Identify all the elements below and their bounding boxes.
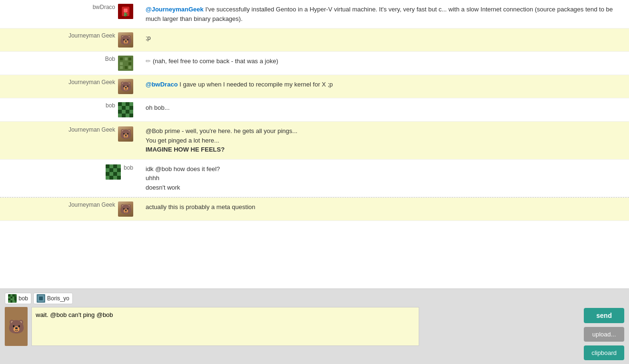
- input-row: 🐻 wait. @bob can't ping @bob send upload…: [5, 307, 624, 360]
- mention-chip-label-bob: bob: [19, 295, 28, 302]
- user-col: Journeyman Geek 🐻: [0, 29, 138, 51]
- svg-rect-32: [106, 164, 109, 168]
- message-content: @bwDraco I gave up when I needed to reco…: [138, 75, 629, 94]
- svg-rect-8: [120, 66, 123, 69]
- svg-rect-37: [109, 176, 113, 180]
- message-row: Journeyman Geek 🐻 ;p: [0, 29, 629, 52]
- avatar-bob: [118, 56, 133, 71]
- svg-rect-52: [10, 294, 12, 297]
- svg-rect-28: [118, 114, 122, 117]
- username-jg: Journeyman Geek: [69, 79, 115, 86]
- svg-rect-44: [109, 172, 113, 176]
- svg-rect-23: [122, 102, 126, 106]
- message-content: @Bob prime - well, you're here. he gets …: [138, 122, 629, 159]
- mention-chip-avatar-bob: [8, 294, 17, 303]
- username-bwdraco: bwDraco: [93, 4, 115, 11]
- user-col: Journeyman Geek 🐻: [0, 75, 138, 98]
- message-row: Journeyman Geek 🐻 actually this is proba…: [0, 198, 629, 221]
- avatar-jg-bear: 🐻: [118, 126, 133, 142]
- message-content: ;p: [138, 29, 629, 48]
- svg-rect-17: [126, 102, 129, 106]
- avatar-bob-pixel2: [106, 164, 121, 180]
- svg-rect-26: [126, 106, 129, 110]
- svg-rect-21: [126, 110, 129, 114]
- messages-area: bwDraco 🐉 @JourneymanGeek I've successfu…: [0, 0, 629, 288]
- username-bob3: bob: [124, 164, 133, 172]
- svg-rect-58: [14, 297, 17, 298]
- bear-avatar-icon: 🐻: [118, 32, 133, 48]
- svg-rect-60: [10, 300, 12, 303]
- mention-tag: @bwDraco: [146, 81, 178, 88]
- message-row: Bob ✏(nah, feel free to come back - that…: [0, 52, 629, 75]
- message-content: @JourneymanGeek I've successfully instal…: [138, 0, 629, 28]
- svg-rect-29: [129, 110, 133, 114]
- username-jg4: Journeyman Geek: [69, 201, 115, 209]
- send-button[interactable]: send: [584, 308, 624, 323]
- avatar-bwdraco: 🐉: [118, 4, 133, 19]
- user-col: bob: [0, 160, 138, 183]
- svg-rect-16: [122, 106, 126, 110]
- svg-rect-10: [128, 57, 131, 60]
- svg-rect-5: [120, 57, 123, 60]
- user-col: Journeyman Geek 🐻: [0, 198, 138, 220]
- message-row: bob oh bob...: [0, 98, 629, 122]
- message-line: You get pinged a lot here...: [146, 136, 621, 145]
- svg-rect-19: [118, 110, 122, 114]
- mentions-bar: bob Boris_yo: [5, 293, 624, 304]
- message-line: IMAGINE HOW HE FEELS?: [146, 145, 621, 154]
- svg-rect-33: [109, 168, 113, 172]
- svg-rect-46: [117, 172, 121, 176]
- avatar-jg4: 🐻: [118, 201, 133, 217]
- message-content: actually this is probably a meta questio…: [138, 198, 629, 217]
- mention-chip-label-boris: Boris_yo: [47, 295, 69, 302]
- message-content: oh bob...: [138, 98, 629, 117]
- svg-rect-42: [117, 164, 121, 168]
- svg-rect-49: [8, 294, 10, 297]
- clipboard-button[interactable]: clipboard: [584, 345, 624, 360]
- svg-rect-30: [126, 114, 129, 117]
- message-line: @Bob prime - well, you're here. he gets …: [146, 126, 621, 136]
- message-line: idk @bob how does it feel?: [146, 164, 621, 174]
- message-row: bwDraco 🐉 @JourneymanGeek I've successfu…: [0, 0, 629, 29]
- svg-rect-41: [106, 168, 109, 172]
- svg-rect-65: [39, 297, 43, 300]
- svg-rect-47: [113, 176, 117, 180]
- mention-chip-boris[interactable]: Boris_yo: [33, 293, 73, 304]
- composer-avatar: 🐻: [5, 307, 28, 346]
- bear-avatar-icon3: 🐻: [118, 126, 133, 142]
- avatar-jg: 🐻: [118, 32, 133, 48]
- svg-rect-25: [129, 102, 133, 106]
- svg-rect-61: [12, 300, 15, 303]
- user-col: bob: [0, 98, 138, 121]
- svg-rect-11: [120, 62, 123, 65]
- message-content: ✏(nah, feel free to come back - that was…: [138, 52, 629, 71]
- message-row: bob idk @bob how does it feel? uhhh does…: [0, 160, 629, 198]
- edit-icon: ✏: [146, 57, 151, 65]
- user-col: bwDraco 🐉: [0, 0, 138, 23]
- svg-rect-62: [8, 300, 10, 303]
- svg-rect-35: [117, 168, 121, 172]
- spacer: [0, 221, 629, 230]
- message-row: Journeyman Geek 🐻 @bwDraco I gave up whe…: [0, 75, 629, 98]
- svg-rect-24: [118, 106, 122, 110]
- svg-rect-15: [118, 102, 122, 106]
- svg-rect-38: [113, 172, 117, 176]
- username-jg3: Journeyman Geek: [69, 126, 115, 134]
- mention-chip-bob[interactable]: bob: [5, 293, 31, 304]
- user-col: Journeyman Geek 🐻: [0, 122, 138, 145]
- message-row: Journeyman Geek 🐻 @Bob prime - well, you…: [0, 122, 629, 160]
- message-input[interactable]: wait. @bob can't ping @bob: [31, 307, 419, 346]
- upload-button[interactable]: upload...: [584, 327, 624, 342]
- svg-rect-18: [129, 106, 133, 110]
- username-bob: Bob: [105, 56, 115, 63]
- message-line: uhhh: [146, 173, 621, 183]
- input-area: bob Boris_yo 🐻 wait. @bob can't ping @bo…: [0, 288, 629, 364]
- svg-rect-22: [129, 114, 133, 117]
- mention-chip-avatar-boris: [37, 294, 45, 303]
- username-bob2: bob: [106, 102, 115, 110]
- chat-container: bwDraco 🐉 @JourneymanGeek I've successfu…: [0, 0, 629, 364]
- username-jg: Journeyman Geek: [69, 32, 115, 40]
- svg-rect-36: [106, 172, 109, 176]
- svg-rect-43: [113, 168, 117, 172]
- avatar-bob-pixel: [118, 102, 133, 117]
